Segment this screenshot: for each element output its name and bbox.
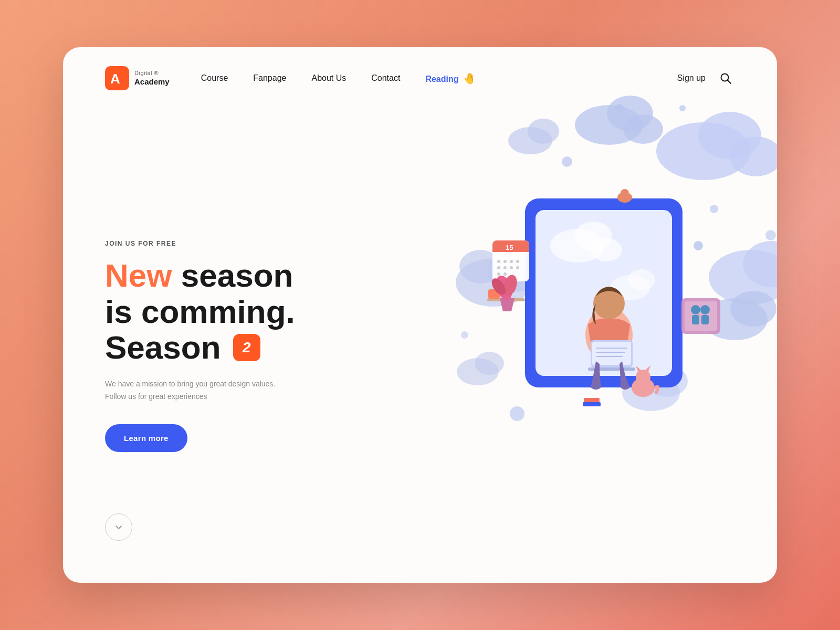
join-label: JOIN US FOR FREE [105, 240, 346, 247]
hero-illustration: 15 [357, 78, 777, 550]
svg-point-29 [461, 331, 468, 339]
chevron-down-icon [114, 522, 123, 532]
svg-point-31 [694, 241, 703, 250]
logo-academy-text: Academy [134, 77, 170, 87]
svg-point-26 [710, 205, 718, 213]
hero-left: JOIN US FOR FREE New season is comming. … [105, 240, 346, 452]
logo-digital-text: Digital ® [134, 70, 170, 77]
search-icon [720, 72, 731, 84]
svg-line-3 [728, 80, 731, 84]
svg-point-68 [497, 272, 500, 276]
svg-point-40 [593, 288, 625, 319]
svg-point-28 [765, 230, 776, 240]
hero-description: We have a mission to bring you great des… [105, 378, 284, 403]
svg-point-9 [623, 114, 663, 144]
svg-point-11 [528, 119, 559, 144]
logo[interactable]: A Digital ® Academy [105, 66, 170, 90]
svg-point-65 [503, 266, 507, 269]
signup-button[interactable]: Sign up [677, 74, 706, 83]
illustration-svg: 15 [357, 78, 777, 550]
reading-emoji: 🤚 [463, 72, 476, 84]
nav-course[interactable]: Course [201, 74, 228, 82]
svg-rect-52 [584, 398, 600, 402]
svg-rect-42 [592, 342, 631, 365]
nav-about-us[interactable]: About Us [311, 74, 346, 82]
nav-reading[interactable]: Reading 🤚 [425, 75, 476, 83]
svg-point-54 [621, 189, 629, 197]
svg-text:15: 15 [506, 244, 513, 251]
nav-fanpage[interactable]: Fanpage [253, 74, 286, 82]
learn-more-button[interactable]: Learn more [105, 424, 187, 452]
nav-right: Sign up [677, 69, 735, 88]
svg-rect-76 [685, 301, 717, 331]
hero-title: New season is comming. Season 2 [105, 258, 346, 365]
svg-point-60 [497, 260, 500, 263]
svg-point-62 [510, 260, 513, 263]
svg-point-38 [628, 269, 655, 290]
svg-point-61 [503, 260, 507, 263]
svg-point-15 [730, 291, 776, 327]
search-button[interactable] [716, 69, 735, 88]
scroll-down-button[interactable] [105, 513, 132, 541]
svg-point-77 [691, 305, 700, 314]
main-card: A Digital ® Academy Course Fanpage About… [63, 47, 777, 583]
svg-rect-80 [701, 315, 709, 324]
svg-point-17 [475, 352, 504, 375]
svg-point-36 [591, 238, 622, 261]
svg-point-48 [636, 370, 650, 384]
hero-section: JOIN US FOR FREE New season is comming. … [63, 109, 777, 583]
hero-title-highlight: New [105, 257, 172, 293]
nav-contact[interactable]: Contact [371, 74, 400, 82]
svg-rect-51 [583, 402, 601, 406]
svg-point-66 [510, 266, 513, 269]
svg-point-79 [700, 305, 710, 314]
season-badge: 2 [233, 334, 260, 361]
navbar: A Digital ® Academy Course Fanpage About… [63, 47, 777, 109]
svg-point-69 [503, 272, 507, 276]
hero-title-season: Season 2 [105, 329, 260, 365]
svg-point-25 [562, 156, 572, 167]
svg-point-64 [497, 266, 500, 269]
logo-icon: A [105, 66, 129, 90]
svg-rect-78 [692, 315, 699, 324]
svg-point-63 [516, 260, 519, 263]
svg-point-27 [510, 406, 524, 421]
svg-text:A: A [110, 71, 120, 87]
nav-links: Course Fanpage About Us Contact Reading … [201, 72, 476, 85]
svg-point-67 [516, 266, 519, 269]
